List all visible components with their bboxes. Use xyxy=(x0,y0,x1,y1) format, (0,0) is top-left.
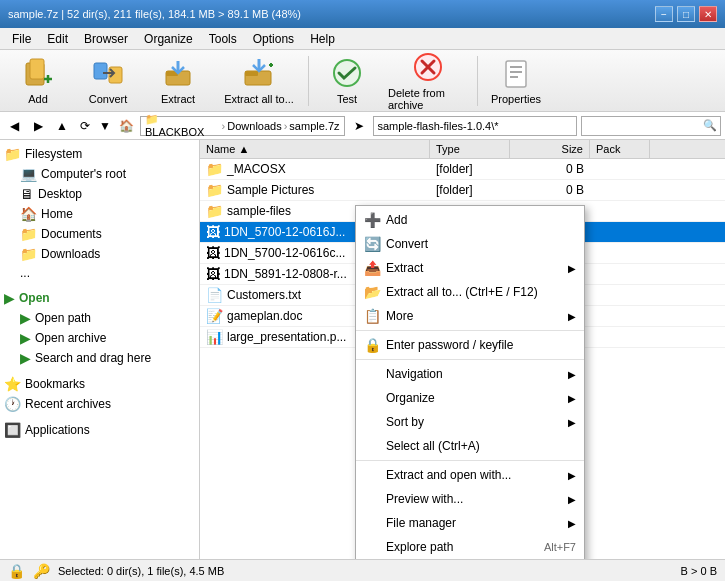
menu-file[interactable]: File xyxy=(4,30,39,48)
tree-open-path[interactable]: ▶ Open path xyxy=(0,308,199,328)
ctx-add[interactable]: ➕ Add xyxy=(356,208,584,232)
status-bar: 🔒 🔑 Selected: 0 dir(s), 1 file(s), 4.5 M… xyxy=(0,559,725,581)
close-button[interactable]: ✕ xyxy=(699,6,717,22)
test-icon xyxy=(331,57,363,89)
ctx-sep-1 xyxy=(356,330,584,331)
ctx-preview[interactable]: Preview with... ▶ xyxy=(356,487,584,511)
file-pack xyxy=(590,230,650,234)
tree-more[interactable]: ... xyxy=(0,264,199,282)
menu-browser[interactable]: Browser xyxy=(76,30,136,48)
filesystem-root[interactable]: 📁 Filesystem xyxy=(0,144,199,164)
search-input[interactable] xyxy=(581,116,721,136)
dropdown-button[interactable]: ▼ xyxy=(98,116,112,136)
menu-options[interactable]: Options xyxy=(245,30,302,48)
ctx-explore-shortcut: Alt+F7 xyxy=(544,541,576,553)
ctx-preview-label: Preview with... xyxy=(386,492,463,506)
maximize-button[interactable]: □ xyxy=(677,6,695,22)
minimize-button[interactable]: − xyxy=(655,6,673,22)
ctx-convert-icon: 🔄 xyxy=(364,236,380,252)
ctx-extract[interactable]: 📤 Extract ▶ xyxy=(356,256,584,280)
menu-help[interactable]: Help xyxy=(302,30,343,48)
path-display: sample-flash-files-1.0.4\* xyxy=(373,116,578,136)
col-header-type[interactable]: Type xyxy=(430,140,510,158)
ppt-icon: 📊 xyxy=(206,329,223,345)
folder-icon: 📁 xyxy=(206,182,223,198)
ctx-navigation-icon xyxy=(364,366,380,382)
file-row-macosx[interactable]: 📁_MACOSX [folder] 0 B xyxy=(200,159,725,180)
add-button[interactable]: Add xyxy=(4,53,72,109)
file-type: [folder] xyxy=(430,160,510,178)
ctx-organize-label: Organize xyxy=(386,391,435,405)
col-header-pack[interactable]: Pack xyxy=(590,140,650,158)
col-header-name[interactable]: Name ▲ xyxy=(200,140,430,158)
tree-computers-root[interactable]: 💻 Computer's root xyxy=(0,164,199,184)
tree-documents[interactable]: 📁 Documents xyxy=(0,224,199,244)
open-path-label: Open path xyxy=(35,311,91,325)
ctx-sort-by[interactable]: Sort by ▶ xyxy=(356,410,584,434)
col-header-size[interactable]: Size xyxy=(510,140,590,158)
folder-icon: 📁 xyxy=(206,203,223,219)
extract-button[interactable]: Extract xyxy=(144,53,212,109)
file-name: 1DN_5700-12-0616c... xyxy=(224,246,345,260)
ctx-sort-arrow: ▶ xyxy=(568,417,576,428)
ctx-navigation-arrow: ▶ xyxy=(568,369,576,380)
forward-button[interactable]: ▶ xyxy=(28,116,48,136)
extract-all-label: Extract all to... xyxy=(224,93,294,105)
ctx-more[interactable]: 📋 More ▶ xyxy=(356,304,584,328)
extract-all-button[interactable]: Extract all to... xyxy=(214,53,304,109)
status-right-text: B > 0 B xyxy=(681,565,717,577)
ctx-extract-all[interactable]: 📂 Extract all to... (Ctrl+E / F12) xyxy=(356,280,584,304)
menu-organize[interactable]: Organize xyxy=(136,30,201,48)
ctx-navigation[interactable]: Navigation ▶ xyxy=(356,362,584,386)
up-button[interactable]: ▲ xyxy=(52,116,72,136)
file-size: 0 B xyxy=(510,160,590,178)
menu-tools[interactable]: Tools xyxy=(201,30,245,48)
ctx-more-label: More xyxy=(386,309,413,323)
ctx-extract-open-arrow: ▶ xyxy=(568,470,576,481)
ctx-sort-icon xyxy=(364,414,380,430)
ctx-password[interactable]: 🔒 Enter password / keyfile xyxy=(356,333,584,357)
tree-desktop[interactable]: 🖥 Desktop xyxy=(0,184,199,204)
home-button[interactable]: 🏠 xyxy=(116,116,136,136)
properties-button[interactable]: Properties xyxy=(482,53,550,109)
file-name: _MACOSX xyxy=(227,162,286,176)
delete-label: Delete from archive xyxy=(388,87,468,111)
add-label: Add xyxy=(28,93,48,105)
test-button[interactable]: Test xyxy=(313,53,381,109)
ctx-explore-label: Explore path xyxy=(386,540,453,554)
tree-search-drag[interactable]: ▶ Search and drag here xyxy=(0,348,199,368)
toolbar-separator-2 xyxy=(477,56,478,106)
file-row-sample-pictures[interactable]: 📁Sample Pictures [folder] 0 B xyxy=(200,180,725,201)
breadcrumb[interactable]: 📁 BLACKBOX › Downloads › sample.7z xyxy=(140,116,345,136)
path-text: sample-flash-files-1.0.4\* xyxy=(378,120,499,132)
recent-archives-section[interactable]: 🕐 Recent archives xyxy=(0,394,199,414)
tree-downloads[interactable]: 📁 Downloads xyxy=(0,244,199,264)
back-button[interactable]: ◀ xyxy=(4,116,24,136)
desktop-label: Desktop xyxy=(38,187,82,201)
tree-open-archive[interactable]: ▶ Open archive xyxy=(0,328,199,348)
ctx-extract-open[interactable]: Extract and open with... ▶ xyxy=(356,463,584,487)
ctx-organize[interactable]: Organize ▶ xyxy=(356,386,584,410)
refresh-button[interactable]: ⟳ xyxy=(76,116,94,136)
delete-button[interactable]: Delete from archive xyxy=(383,53,473,109)
tree-home[interactable]: 🏠 Home xyxy=(0,204,199,224)
ctx-select-all[interactable]: Select all (Ctrl+A) xyxy=(356,434,584,458)
status-key-icon: 🔑 xyxy=(33,563,50,579)
applications-section[interactable]: 🔲 Applications xyxy=(0,420,199,440)
open-section[interactable]: ▶ Open xyxy=(0,288,199,308)
address-bar: ◀ ▶ ▲ ⟳ ▼ 🏠 📁 BLACKBOX › Downloads › sam… xyxy=(0,112,725,140)
doc-icon: 📝 xyxy=(206,308,223,324)
title-bar: sample.7z | 52 dir(s), 211 file(s), 184.… xyxy=(0,0,725,28)
convert-button[interactable]: Convert xyxy=(74,53,142,109)
ctx-explore-path[interactable]: Explore path Alt+F7 xyxy=(356,535,584,559)
search-wrap: 🔍 xyxy=(581,116,721,136)
bookmarks-section[interactable]: ⭐ Bookmarks xyxy=(0,374,199,394)
menu-edit[interactable]: Edit xyxy=(39,30,76,48)
file-name: 1DN_5700-12-0616J... xyxy=(224,225,345,239)
search-drag-label: Search and drag here xyxy=(35,351,151,365)
ctx-convert[interactable]: 🔄 Convert xyxy=(356,232,584,256)
ctx-organize-icon xyxy=(364,390,380,406)
ctx-file-manager[interactable]: File manager ▶ xyxy=(356,511,584,535)
nav-arrow-button[interactable]: ➤ xyxy=(349,116,369,136)
breadcrumb-sep-2: › xyxy=(284,120,288,132)
